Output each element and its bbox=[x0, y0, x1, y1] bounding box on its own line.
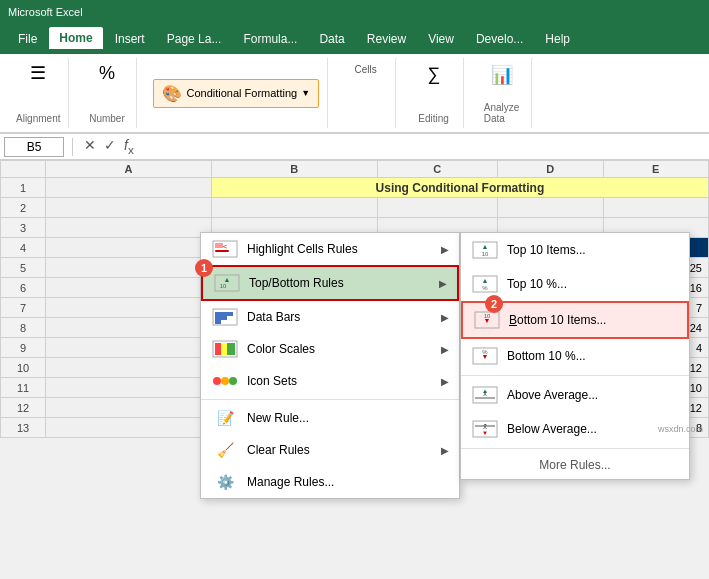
topbottom-icon: ▲ 10 bbox=[213, 273, 241, 293]
sub-morerules[interactable]: More Rules... bbox=[461, 451, 689, 479]
svg-point-16 bbox=[221, 377, 229, 385]
iconsets-icon bbox=[211, 371, 239, 391]
databars-icon bbox=[211, 307, 239, 327]
top10pct-label: Top 10 %... bbox=[507, 277, 679, 291]
function-icon[interactable]: fx bbox=[121, 136, 137, 157]
analyze-data-button[interactable]: 📊 bbox=[482, 62, 522, 88]
row-num: 12 bbox=[1, 398, 46, 418]
alignment-icon: ☰ bbox=[30, 64, 46, 82]
cell-a6[interactable] bbox=[46, 278, 212, 298]
tab-file[interactable]: File bbox=[8, 28, 47, 50]
col-header-b[interactable]: B bbox=[211, 161, 377, 178]
cell-a8[interactable] bbox=[46, 318, 212, 338]
cell-a12[interactable] bbox=[46, 398, 212, 418]
cf-menu-item-colorscales[interactable]: Color Scales ▶ bbox=[201, 333, 459, 365]
sub-menu-sep1 bbox=[461, 375, 689, 376]
aboveavg-icon: x̄ ▲ bbox=[471, 385, 499, 405]
sub-belowavg[interactable]: x̄ ▼ Below Average... bbox=[461, 412, 689, 446]
alignment-button[interactable]: ☰ bbox=[18, 62, 58, 84]
tab-pagelayout[interactable]: Page La... bbox=[157, 28, 232, 50]
tab-developer[interactable]: Develo... bbox=[466, 28, 533, 50]
newrule-label: New Rule... bbox=[247, 411, 449, 425]
cell-a3[interactable] bbox=[46, 218, 212, 238]
col-header-e[interactable]: E bbox=[603, 161, 709, 178]
cell-reference-input[interactable] bbox=[4, 137, 64, 157]
analyze-label: AnalyzeData bbox=[484, 102, 520, 124]
cf-menu-item-databars[interactable]: Data Bars ▶ bbox=[201, 301, 459, 333]
colorscales-arrow: ▶ bbox=[441, 344, 449, 355]
cell-a5[interactable] bbox=[46, 258, 212, 278]
row-num: 10 bbox=[1, 358, 46, 378]
cell-a11[interactable] bbox=[46, 378, 212, 398]
belowavg-label: Below Average... bbox=[507, 422, 679, 436]
cancel-icon[interactable]: ✕ bbox=[81, 136, 99, 157]
svg-text:<: < bbox=[223, 243, 227, 250]
cell-a9[interactable] bbox=[46, 338, 212, 358]
svg-rect-10 bbox=[215, 312, 233, 316]
cell-a4[interactable] bbox=[46, 238, 212, 258]
cf-menu-item-newrule[interactable]: 📝 New Rule... bbox=[201, 402, 459, 434]
managerules-icon: ⚙️ bbox=[211, 472, 239, 492]
sub-bottom10items[interactable]: 2 ▼ 10 Bottom 10 Items... bbox=[461, 301, 689, 339]
formula-input[interactable] bbox=[141, 138, 705, 156]
ribbon-group-analyze: 📊 AnalyzeData bbox=[472, 58, 532, 128]
col-header-c[interactable]: C bbox=[377, 161, 498, 178]
row-num: 9 bbox=[1, 338, 46, 358]
conditional-formatting-button[interactable]: 🎨 Conditional Formatting ▼ bbox=[153, 79, 319, 108]
svg-text:10: 10 bbox=[220, 283, 227, 289]
cf-dropdown-menu[interactable]: < Highlight Cells Rules ▶ 1 ▲ 10 Top/Bot… bbox=[200, 232, 460, 499]
cell-a10[interactable] bbox=[46, 358, 212, 378]
editing-icon: ∑ bbox=[427, 64, 440, 85]
editing-button[interactable]: ∑ bbox=[414, 62, 454, 87]
cell-a7[interactable] bbox=[46, 298, 212, 318]
svg-rect-1 bbox=[215, 243, 223, 248]
cf-menu-item-iconsets[interactable]: Icon Sets ▶ bbox=[201, 365, 459, 397]
tab-formulas[interactable]: Formula... bbox=[233, 28, 307, 50]
svg-rect-14 bbox=[227, 343, 235, 355]
cell-e2[interactable] bbox=[603, 198, 709, 218]
sub-top10items[interactable]: ▲ 10 Top 10 Items... bbox=[461, 233, 689, 267]
cell-d2[interactable] bbox=[498, 198, 603, 218]
tab-data[interactable]: Data bbox=[309, 28, 354, 50]
cf-menu-item-clearrules[interactable]: 🧹 Clear Rules ▶ bbox=[201, 434, 459, 466]
number-label: Number bbox=[89, 113, 125, 124]
cf-label: Conditional Formatting bbox=[186, 87, 297, 99]
tab-view[interactable]: View bbox=[418, 28, 464, 50]
tab-help[interactable]: Help bbox=[535, 28, 580, 50]
svg-text:10: 10 bbox=[482, 251, 489, 257]
col-header-d[interactable]: D bbox=[498, 161, 603, 178]
number-button[interactable]: % bbox=[87, 62, 127, 84]
cell-b2[interactable] bbox=[211, 198, 377, 218]
cell-a1[interactable] bbox=[46, 178, 212, 198]
databars-arrow: ▶ bbox=[441, 312, 449, 323]
bottom10items-label: Bottom 10 Items... bbox=[509, 313, 677, 327]
cf-menu-item-highlight[interactable]: < Highlight Cells Rules ▶ bbox=[201, 233, 459, 265]
databars-label: Data Bars bbox=[247, 310, 433, 324]
number-icon: % bbox=[99, 64, 115, 82]
svg-text:%: % bbox=[482, 349, 488, 355]
highlight-icon: < bbox=[211, 239, 239, 259]
cell-a2[interactable] bbox=[46, 198, 212, 218]
topbottom-label: Top/Bottom Rules bbox=[249, 276, 431, 290]
svg-text:▲: ▲ bbox=[482, 243, 489, 250]
tab-review[interactable]: Review bbox=[357, 28, 416, 50]
cf-menu-item-managerules[interactable]: ⚙️ Manage Rules... bbox=[201, 466, 459, 498]
tab-insert[interactable]: Insert bbox=[105, 28, 155, 50]
row-num: 4 bbox=[1, 238, 46, 258]
sub-aboveavg[interactable]: x̄ ▲ Above Average... bbox=[461, 378, 689, 412]
cell-title[interactable]: Using Conditional Formatting bbox=[211, 178, 708, 198]
cell-a13[interactable] bbox=[46, 418, 212, 438]
tab-home[interactable]: Home bbox=[49, 27, 102, 51]
svg-point-15 bbox=[213, 377, 221, 385]
cell-c2[interactable] bbox=[377, 198, 498, 218]
row-num: 13 bbox=[1, 418, 46, 438]
iconsets-label: Icon Sets bbox=[247, 374, 433, 388]
svg-text:▲: ▲ bbox=[482, 388, 488, 394]
row-num: 7 bbox=[1, 298, 46, 318]
cf-menu-item-topbottom[interactable]: 1 ▲ 10 Top/Bottom Rules ▶ bbox=[201, 265, 459, 301]
topbottom-submenu[interactable]: ▲ 10 Top 10 Items... ▲ % Top 10 %... bbox=[460, 232, 690, 480]
col-header-a[interactable]: A bbox=[46, 161, 212, 178]
sub-bottom10pct[interactable]: ▼ % Bottom 10 %... bbox=[461, 339, 689, 373]
topbottom-arrow: ▶ bbox=[439, 278, 447, 289]
confirm-icon[interactable]: ✓ bbox=[101, 136, 119, 157]
